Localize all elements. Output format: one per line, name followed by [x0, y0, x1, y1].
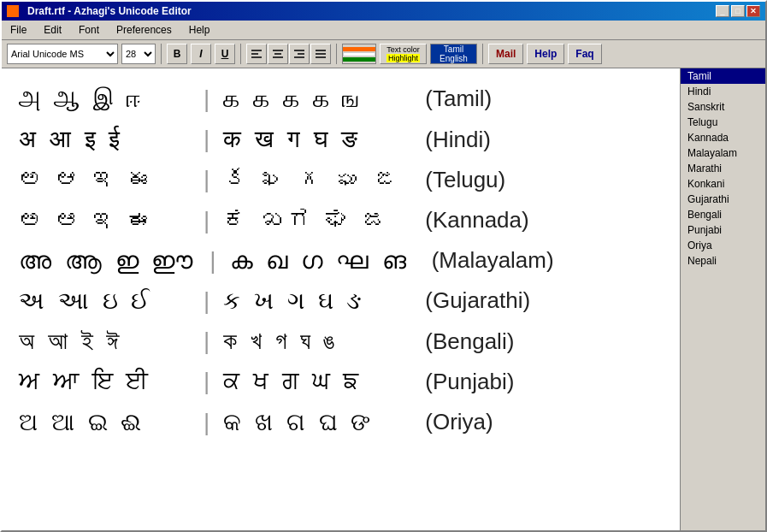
align-center-icon — [272, 48, 284, 60]
row-divider: | — [204, 163, 209, 196]
script-vowels: ଅ ଆ ଇ ଈ — [19, 405, 190, 439]
separator-3 — [336, 44, 337, 64]
separator-2 — [240, 44, 241, 64]
sidebar-item-gujarathi[interactable]: Gujarathi — [681, 192, 765, 207]
flag-stripe-bottom — [343, 57, 375, 62]
svg-rect-9 — [316, 50, 326, 51]
main-editor[interactable]: அ ஆ இ ஈ|க க க க ங(Tamil)अ आ इ ई|क ख ग घ … — [2, 68, 680, 530]
sidebar-item-bengali[interactable]: Bengali — [681, 207, 765, 222]
size-selector[interactable]: 28 — [121, 44, 156, 64]
sidebar-item-punjabi[interactable]: Punjabi — [681, 222, 765, 238]
align-justify-icon — [315, 48, 327, 60]
help-button[interactable]: Help — [527, 44, 564, 64]
menu-file[interactable]: File — [5, 22, 32, 38]
underline-button[interactable]: U — [215, 44, 235, 64]
faq-button[interactable]: Faq — [568, 44, 601, 64]
sidebar-item-kannada[interactable]: Kannada — [681, 130, 765, 145]
font-selector[interactable]: Arial Unicode MS — [7, 44, 118, 64]
script-row-5: અ આ ઇ ઈ|ક ખ ગ ઘ ઙ(Gujarathi) — [19, 284, 663, 317]
language-toggle-button[interactable]: Tamil English — [430, 44, 477, 64]
align-left-icon — [251, 48, 263, 60]
script-consonants: ക ഖ ഗ ഘ ങ — [230, 244, 418, 277]
menu-bar: File Edit Font Preferences Help — [2, 21, 765, 40]
script-language-label: (Gujarathi) — [425, 285, 530, 316]
script-row-6: অ আ ই ঈ|ক খ গ ঘ ঙ(Bengali) — [19, 324, 663, 358]
close-button[interactable]: ✕ — [746, 5, 760, 17]
sidebar-item-marathi[interactable]: Marathi — [681, 161, 765, 176]
script-consonants: क ख ग घ ङ — [223, 122, 411, 156]
sidebar-item-malayalam[interactable]: Malayalam — [681, 145, 765, 161]
sidebar-item-hindi[interactable]: Hindi — [681, 84, 765, 99]
sidebar-item-sanskrit[interactable]: Sanskrit — [681, 99, 765, 115]
sidebar-item-konkani[interactable]: Konkani — [681, 176, 765, 192]
script-consonants: କ ଖ ଗ ଘ ଙ — [223, 405, 411, 439]
sidebar-item-tamil[interactable]: Tamil — [681, 68, 765, 84]
svg-rect-10 — [316, 53, 326, 55]
menu-help[interactable]: Help — [184, 22, 215, 38]
script-vowels: अ आ इ ई — [19, 122, 190, 156]
script-row-0: அ ஆ இ ஈ|க க க க ங(Tamil) — [19, 82, 663, 115]
maximize-button[interactable]: □ — [731, 5, 745, 17]
script-language-label: (Kannada) — [425, 204, 528, 235]
separator-4 — [482, 44, 483, 64]
minimize-button[interactable]: _ — [716, 5, 729, 17]
script-consonants: ক খ গ ঘ ঙ — [223, 324, 411, 358]
english-label: English — [440, 54, 468, 63]
svg-rect-3 — [273, 50, 283, 51]
sidebar-item-oriya[interactable]: Oriya — [681, 238, 765, 253]
script-language-label: (Oriya) — [425, 406, 493, 437]
align-center-button[interactable] — [268, 44, 288, 64]
menu-preferences[interactable]: Preferences — [111, 22, 177, 38]
bold-button[interactable]: B — [167, 44, 187, 64]
svg-rect-1 — [251, 53, 258, 55]
script-language-label: (Malayalam) — [432, 245, 554, 275]
svg-rect-5 — [273, 56, 283, 58]
row-divider: | — [204, 405, 209, 439]
content-area: அ ஆ இ ஈ|க க க க ங(Tamil)अ आ इ ई|क ख ग घ … — [2, 68, 765, 530]
script-row-4: അ ആ ഇ ഈ|ക ഖ ഗ ഘ ങ(Malayalam) — [19, 244, 663, 277]
script-language-label: (Tamil) — [425, 83, 492, 114]
script-vowels: അ ആ ഇ ഈ — [19, 244, 196, 277]
align-right-icon — [293, 48, 305, 60]
script-language-label: (Hindi) — [425, 124, 491, 155]
svg-rect-6 — [294, 50, 304, 51]
sidebar: TamilHindiSanskritTeluguKannadaMalayalam… — [680, 68, 765, 530]
highlight-label: Highlight — [386, 54, 420, 62]
sidebar-item-telugu[interactable]: Telugu — [681, 115, 765, 130]
svg-rect-8 — [294, 56, 304, 58]
row-divider: | — [204, 122, 209, 156]
row-divider: | — [204, 284, 209, 317]
script-consonants: க க க க ங — [223, 82, 411, 115]
script-vowels: ಅ ಆ ಇ ಈ — [19, 204, 190, 237]
window-title: Draft.rtf - Azhagi's Unicode Editor — [27, 5, 192, 17]
script-consonants: ಕ ಖಗ ಘ ಜ — [223, 204, 411, 237]
script-row-2: అ ఆ ఇ ఈ|క ఖ గ ఘ జ(Telugu) — [19, 163, 663, 196]
align-left-button[interactable] — [246, 44, 267, 64]
menu-font[interactable]: Font — [74, 22, 104, 38]
language-flag-button[interactable] — [342, 44, 376, 64]
text-color-button[interactable]: Text color Highlight — [380, 44, 427, 64]
menu-edit[interactable]: Edit — [38, 22, 67, 38]
title-bar: Draft.rtf - Azhagi's Unicode Editor _ □ … — [2, 2, 765, 21]
align-right-button[interactable] — [289, 44, 310, 64]
script-language-label: (Bengali) — [425, 326, 514, 357]
align-buttons — [246, 44, 331, 64]
svg-rect-0 — [251, 50, 262, 51]
window-icon — [7, 5, 19, 17]
sidebar-item-nepali[interactable]: Nepali — [681, 253, 765, 269]
script-language-label: (Punjabi) — [425, 366, 514, 397]
title-bar-left: Draft.rtf - Azhagi's Unicode Editor — [7, 5, 192, 17]
row-divider: | — [204, 364, 209, 398]
script-row-7: ਅ ਆ ਇ ਈ|ਕ ਖ ਗ ਘ ਙ(Punjabi) — [19, 364, 663, 398]
row-divider: | — [209, 244, 215, 277]
script-row-1: अ आ इ ई|क ख ग घ ङ(Hindi) — [19, 122, 663, 156]
align-justify-button[interactable] — [310, 44, 331, 64]
svg-rect-11 — [316, 56, 326, 58]
script-row-8: ଅ ଆ ଇ ଈ|କ ଖ ଗ ଘ ଙ(Oriya) — [19, 405, 663, 439]
italic-button[interactable]: I — [191, 44, 211, 64]
flag-stripe-middle — [343, 52, 375, 56]
script-row-3: ಅ ಆ ಇ ಈ|ಕ ಖಗ ಘ ಜ(Kannada) — [19, 204, 663, 237]
svg-rect-2 — [251, 56, 262, 58]
mail-button[interactable]: Mail — [488, 44, 523, 64]
toolbar: Arial Unicode MS 28 B I U — [2, 40, 765, 68]
